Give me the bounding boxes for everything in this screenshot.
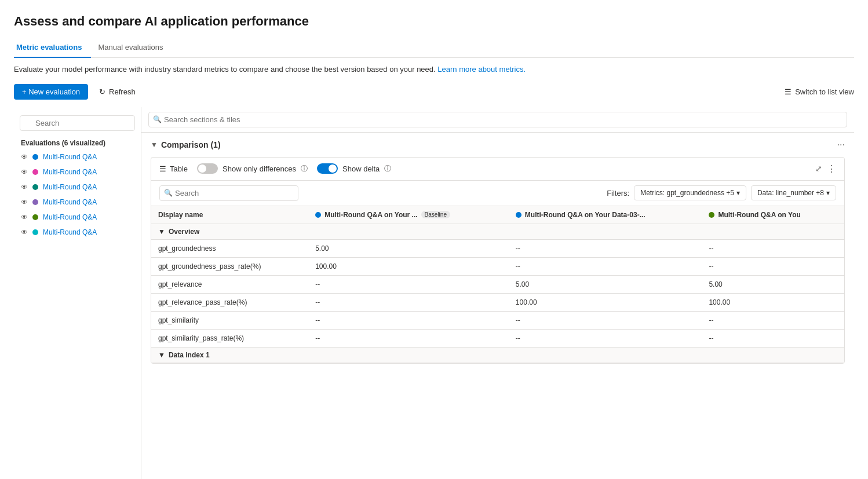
- chevron-down-icon: ▼: [151, 141, 158, 149]
- table-toolbar-icons: ⤢ ⋮: [815, 163, 836, 174]
- col2-val: 100.00: [509, 293, 702, 311]
- sidebar-item-name-2: Multi-Round Q&A: [43, 168, 97, 176]
- col3-val: --: [702, 311, 844, 329]
- content-search-input[interactable]: [148, 112, 847, 127]
- main-layout: 🔍 Evaluations (6 visualized) 👁 Multi-Rou…: [14, 107, 854, 480]
- eye-icon-1: 👁: [21, 153, 28, 161]
- col1-val: --: [308, 293, 509, 311]
- comparison-table: Display name Multi-Round Q&A on Your ...…: [151, 206, 844, 363]
- description-text: Evaluate your model performance with ind…: [14, 64, 854, 75]
- section-title[interactable]: ▼ Comparison (1): [151, 140, 221, 149]
- eye-icon-6: 👁: [21, 228, 28, 236]
- sidebar-item-1[interactable]: 👁 Multi-Round Q&A: [14, 149, 141, 164]
- toggle-track-on[interactable]: [317, 163, 338, 174]
- sidebar: 🔍 Evaluations (6 visualized) 👁 Multi-Rou…: [14, 107, 141, 480]
- sidebar-item-5[interactable]: 👁 Multi-Round Q&A: [14, 210, 141, 225]
- section-header: ▼ Comparison (1) ···: [151, 140, 845, 150]
- tab-manual-evaluations[interactable]: Manual evaluations: [96, 38, 172, 57]
- sidebar-search-input[interactable]: [20, 115, 135, 131]
- learn-more-link[interactable]: Learn more about metrics.: [437, 65, 526, 74]
- col1-val: --: [308, 275, 509, 293]
- toggle-track-off[interactable]: [197, 163, 218, 174]
- col3-val: 100.00: [702, 293, 844, 311]
- table-card: ☰ Table Show only differences: [151, 157, 845, 364]
- tabs-bar: Metric evaluations Manual evaluations: [14, 38, 854, 58]
- content-search-bar: 🔍: [141, 107, 854, 133]
- content-area: 🔍 ▼ Comparison (1) ···: [141, 107, 854, 480]
- data-index-row: ▼ Data index 1: [151, 347, 844, 363]
- dot-1: [32, 154, 38, 160]
- toolbar: + New evaluation ↻ Refresh ☰ Switch to l…: [14, 83, 854, 100]
- show-delta-info-icon[interactable]: ⓘ: [384, 164, 391, 174]
- search-filter-row: 🔍 Filters: Metrics: gpt_groundedness +5 …: [151, 181, 844, 206]
- filter-metrics-button[interactable]: Metrics: gpt_groundedness +5 ▾: [634, 185, 746, 200]
- filter-data-button[interactable]: Data: line_number +8 ▾: [751, 185, 836, 200]
- col-header-3: Multi-Round Q&A on You: [702, 206, 844, 224]
- sidebar-item-3[interactable]: 👁 Multi-Round Q&A: [14, 180, 141, 195]
- metric-name: gpt_groundedness_pass_rate(%): [151, 257, 308, 275]
- sidebar-item-6[interactable]: 👁 Multi-Round Q&A: [14, 225, 141, 240]
- eye-icon-4: 👁: [21, 198, 28, 206]
- col-header-1: Multi-Round Q&A on Your ... Baseline: [308, 206, 509, 224]
- baseline-badge: Baseline: [421, 211, 450, 218]
- table-toolbar-left: ☰ Table Show only differences: [159, 163, 391, 174]
- sidebar-item-name-1: Multi-Round Q&A: [43, 153, 97, 161]
- col-header-2: Multi-Round Q&A on Your Data-03-...: [509, 206, 702, 224]
- show-only-differences-info-icon[interactable]: ⓘ: [301, 164, 308, 174]
- sidebar-item-name-6: Multi-Round Q&A: [43, 228, 97, 236]
- toggle-thumb: [198, 164, 206, 173]
- eye-icon-2: 👁: [21, 168, 28, 176]
- tab-metric-evaluations[interactable]: Metric evaluations: [14, 38, 91, 57]
- filter-group: Filters: Metrics: gpt_groundedness +5 ▾ …: [607, 185, 836, 200]
- show-only-differences-toggle-row: Show only differences ⓘ: [197, 163, 308, 174]
- sidebar-item-4[interactable]: 👁 Multi-Round Q&A: [14, 195, 141, 210]
- col3-dot: [709, 212, 714, 218]
- col3-val: 5.00: [702, 275, 844, 293]
- sidebar-item-2[interactable]: 👁 Multi-Round Q&A: [14, 164, 141, 180]
- dot-3: [32, 184, 38, 190]
- table-scroll-container[interactable]: Display name Multi-Round Q&A on Your ...…: [151, 206, 844, 363]
- metric-name: gpt_similarity_pass_rate(%): [151, 329, 308, 347]
- col-header-display-name: Display name: [151, 206, 308, 224]
- col1-dot: [315, 212, 321, 218]
- table-row: gpt_similarity_pass_rate(%) -- -- --: [151, 329, 844, 347]
- dot-2: [32, 169, 38, 175]
- refresh-button[interactable]: ↻ Refresh: [93, 83, 142, 100]
- page-title: Assess and compare AI application perfor…: [14, 14, 854, 29]
- col2-val: --: [509, 329, 702, 347]
- sidebar-item-name-5: Multi-Round Q&A: [43, 213, 97, 221]
- overview-group-row: ▼ Overview: [151, 224, 844, 239]
- show-delta-label: Show delta: [342, 164, 380, 173]
- col2-val: --: [509, 257, 702, 275]
- more-options-icon[interactable]: ···: [837, 140, 845, 150]
- show-only-differences-label: Show only differences: [223, 164, 296, 173]
- show-delta-toggle[interactable]: [317, 163, 338, 174]
- switch-to-list-view-button[interactable]: ☰ Switch to list view: [785, 87, 854, 96]
- filters-label: Filters:: [607, 189, 629, 198]
- new-evaluation-button[interactable]: + New evaluation: [14, 84, 88, 100]
- sidebar-search-wrap: 🔍: [20, 115, 135, 131]
- dot-5: [32, 214, 38, 220]
- more-table-options-icon[interactable]: ⋮: [827, 163, 836, 174]
- table-row: gpt_groundedness 5.00 -- --: [151, 239, 844, 257]
- table-row: gpt_relevance_pass_rate(%) -- 100.00 100…: [151, 293, 844, 311]
- toggle-thumb-on: [329, 164, 337, 173]
- col2-val: 5.00: [509, 275, 702, 293]
- col3-val: --: [702, 257, 844, 275]
- expand-icon[interactable]: ⤢: [815, 164, 822, 173]
- show-only-differences-toggle[interactable]: [197, 163, 218, 174]
- refresh-icon: ↻: [99, 87, 105, 96]
- table-label: ☰ Table: [159, 164, 188, 173]
- comparison-section: ▼ Comparison (1) ··· ☰ Table: [141, 133, 854, 480]
- dot-4: [32, 199, 38, 205]
- metric-name: gpt_relevance: [151, 275, 308, 293]
- col1-val: --: [308, 329, 509, 347]
- eye-icon-5: 👁: [21, 213, 28, 221]
- table-search-input[interactable]: [159, 185, 298, 201]
- col2-val: --: [509, 239, 702, 257]
- sidebar-search-area: 🔍: [14, 112, 141, 134]
- sidebar-evaluations-label: Evaluations (6 visualized): [14, 134, 141, 149]
- content-search-wrap: 🔍: [148, 112, 847, 127]
- eye-icon-3: 👁: [21, 183, 28, 191]
- dot-6: [32, 229, 38, 235]
